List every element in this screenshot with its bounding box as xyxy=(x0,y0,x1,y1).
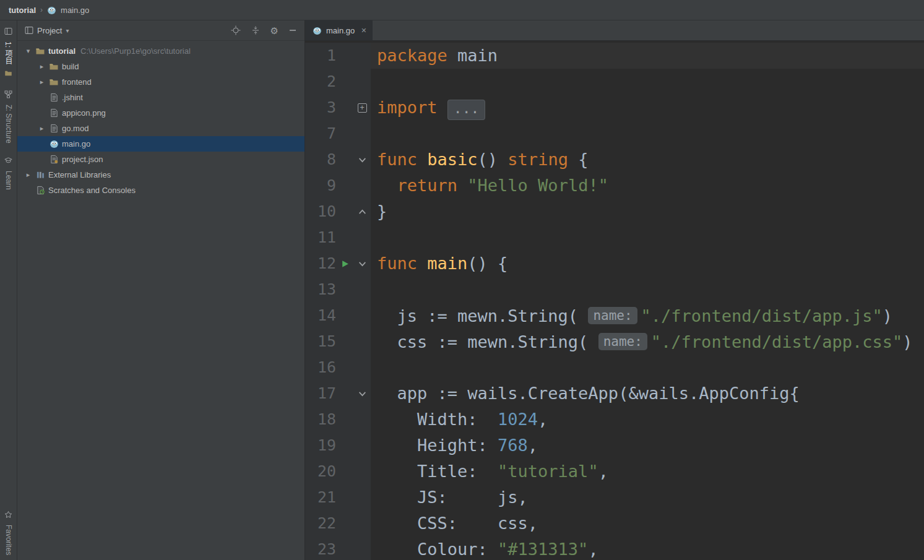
code-text: js := mewn.String( name:"./frontend/dist… xyxy=(371,303,892,329)
stripe-label: 1: 项目 xyxy=(3,41,14,64)
fold-gutter-spacer xyxy=(353,43,371,69)
project-panel-title[interactable]: Project xyxy=(37,26,62,35)
chevron-down-icon[interactable]: ▾ xyxy=(22,47,34,55)
chevron-right-icon[interactable]: ▸ xyxy=(36,124,48,132)
hide-panel-icon[interactable] xyxy=(288,26,297,35)
code-text: Height: 768, xyxy=(371,433,538,459)
code-token: , xyxy=(588,540,598,559)
tree-item-scratches-and-consoles[interactable]: Scratches and Consoles xyxy=(17,183,304,198)
bookmark-folder-icon[interactable] xyxy=(4,69,12,77)
run-icon[interactable] xyxy=(336,251,353,277)
line-number[interactable]: 2 xyxy=(305,69,336,95)
code-token: Colour: xyxy=(377,540,498,559)
code-token xyxy=(377,176,397,195)
breadcrumb-file[interactable]: main.go xyxy=(61,6,89,15)
tree-item-label: main.go xyxy=(62,139,90,149)
line-number[interactable]: 21 xyxy=(305,485,336,510)
fold-open-icon[interactable] xyxy=(353,147,371,173)
line-number[interactable]: 22 xyxy=(305,510,336,536)
chevron-right-icon[interactable]: ▸ xyxy=(36,62,48,71)
tree-item-path: C:\Users\Purp1e\go\src\tutorial xyxy=(80,46,191,56)
tree-item-go-mod[interactable]: ▸go.mod xyxy=(17,121,304,136)
line-number[interactable]: 15 xyxy=(305,329,336,355)
code-line-10: 10} xyxy=(305,199,924,225)
gear-icon[interactable]: ⚙ xyxy=(270,26,278,35)
code-line-7: 7 xyxy=(305,121,924,147)
tree-item-external-libraries[interactable]: ▸External Libraries xyxy=(17,167,304,183)
stripe-button-favorites[interactable]: Favorites xyxy=(4,510,13,555)
fold-gutter-spacer xyxy=(353,355,371,381)
stripe-button-learn[interactable]: Learn xyxy=(4,156,13,190)
line-number[interactable]: 10 xyxy=(305,199,336,225)
file-icon xyxy=(48,124,60,133)
line-number[interactable]: 16 xyxy=(305,355,336,381)
tree-item-build[interactable]: ▸build xyxy=(17,59,304,74)
code-token xyxy=(417,150,427,169)
tree-item-frontend[interactable]: ▸frontend xyxy=(17,74,304,90)
tab-main-go[interactable]: main.go ✕ xyxy=(305,20,373,40)
tree-item-project-json[interactable]: project.json xyxy=(17,152,304,167)
chevron-right-icon[interactable]: ▸ xyxy=(36,78,48,86)
fold-gutter-spacer xyxy=(353,459,371,485)
run-gutter-spacer xyxy=(336,173,353,199)
line-number[interactable]: 3 xyxy=(305,95,336,121)
line-number[interactable]: 8 xyxy=(305,147,336,173)
tree-item-tutorial[interactable]: ▾tutorialC:\Users\Purp1e\go\src\tutorial xyxy=(17,43,304,59)
fold-plus-icon[interactable]: + xyxy=(353,95,371,121)
navigation-bar: tutorial › main.go xyxy=(0,0,924,20)
go-icon xyxy=(48,139,60,149)
editor-tab-bar: main.go ✕ xyxy=(305,20,924,41)
line-number[interactable]: 13 xyxy=(305,277,336,303)
line-number[interactable]: 20 xyxy=(305,459,336,485)
run-gutter-spacer xyxy=(336,433,353,459)
line-number[interactable]: 19 xyxy=(305,433,336,459)
code-editor[interactable]: 1package main23+import ...78func basic()… xyxy=(305,41,924,560)
breadcrumb-project[interactable]: tutorial xyxy=(9,6,36,15)
code-token: () xyxy=(478,150,508,169)
code-line-3: 3+import ... xyxy=(305,95,924,121)
run-gutter-spacer xyxy=(336,536,353,560)
code-token xyxy=(438,98,447,117)
code-token: string xyxy=(507,150,568,169)
stripe-button-z-structure[interactable]: Z: Structure xyxy=(4,90,13,144)
line-number[interactable]: 7 xyxy=(305,121,336,147)
fold-gutter-spacer xyxy=(353,277,371,303)
code-token: import xyxy=(377,98,438,117)
code-token: package xyxy=(377,46,447,65)
fold-gutter-spacer xyxy=(353,121,371,147)
collapse-all-icon[interactable] xyxy=(251,25,261,35)
line-number[interactable]: 9 xyxy=(305,173,336,199)
chevron-right-icon[interactable]: ▸ xyxy=(22,171,34,179)
code-token: CSS: css, xyxy=(377,514,538,533)
fold-gutter-spacer xyxy=(353,303,371,329)
fold-open-icon[interactable] xyxy=(353,381,371,407)
code-line-20: 20 Title: "tutorial", xyxy=(305,459,924,485)
line-number[interactable]: 14 xyxy=(305,303,336,329)
tree-item-jshint[interactable]: .jshint xyxy=(17,90,304,105)
line-number[interactable]: 17 xyxy=(305,381,336,407)
scratches-icon xyxy=(34,186,46,195)
line-number[interactable]: 12 xyxy=(305,251,336,277)
folded-region[interactable]: ... xyxy=(447,100,486,120)
tree-item-main-go[interactable]: main.go xyxy=(17,136,304,152)
stripe-bottom-buttons: Favorites xyxy=(4,510,13,555)
locate-file-icon[interactable] xyxy=(231,25,241,35)
stripe-button-1[interactable]: 1: 项目 xyxy=(3,27,14,64)
chevron-down-icon[interactable]: ▾ xyxy=(66,27,69,34)
fold-gutter-spacer xyxy=(353,329,371,355)
line-number[interactable]: 1 xyxy=(305,43,336,69)
line-number[interactable]: 18 xyxy=(305,407,336,433)
fold-close-icon[interactable] xyxy=(353,199,371,225)
code-token: "Hello World!" xyxy=(467,176,608,195)
code-token: , xyxy=(528,436,538,455)
go-file-icon xyxy=(313,26,322,35)
project-panel-actions: ⚙ xyxy=(231,25,297,35)
line-number[interactable]: 11 xyxy=(305,225,336,251)
code-line-21: 21 JS: js, xyxy=(305,485,924,510)
close-icon[interactable]: ✕ xyxy=(361,27,366,35)
line-number[interactable]: 23 xyxy=(305,536,336,560)
run-gutter-spacer xyxy=(336,43,353,69)
fold-open-icon[interactable] xyxy=(353,251,371,277)
code-text: css := mewn.String( name:"./frontend/dis… xyxy=(371,329,913,355)
tree-item-appicon-png[interactable]: appicon.png xyxy=(17,105,304,121)
